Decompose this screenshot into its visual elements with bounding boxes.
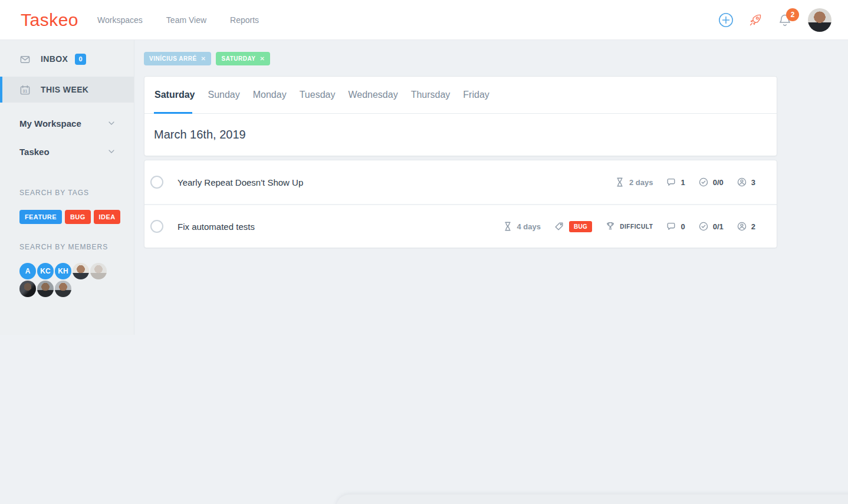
comment-icon [666, 221, 676, 232]
duration-metric: 4 days [502, 221, 541, 232]
tab-friday[interactable]: Friday [462, 90, 489, 100]
workspace-item-taskeo[interactable]: Taskeo [0, 144, 134, 159]
check-circle-icon [698, 177, 709, 187]
filter-chip-label: VINÍCIUS ARRÉ [149, 55, 197, 62]
duration-value: 4 days [517, 222, 541, 231]
checklist-progress: 0/1 [713, 222, 724, 231]
date-header: March 16th, 2019 [154, 128, 246, 141]
main-content: VINÍCIUS ARRÉ ✕ SATURDAY ✕ Saturday Sund… [134, 40, 848, 504]
member-avatar[interactable]: KH [55, 263, 71, 279]
task-title: Fix automated tests [178, 222, 255, 232]
assignees-count: 3 [751, 178, 755, 187]
tab-thursday[interactable]: Thursday [410, 90, 451, 100]
tag-metric: BUG [554, 221, 592, 232]
assignees-metric: 2 [737, 221, 755, 232]
sidebar-item-this-week[interactable]: 31 THIS WEEK [0, 77, 134, 103]
tag-filter-bug[interactable]: BUG [65, 210, 91, 224]
task-title: Yearly Repeat Doesn't Show Up [178, 177, 303, 187]
task-meta: 4 days BUG DIFFICULT [489, 221, 755, 232]
member-avatar[interactable] [73, 263, 89, 279]
hourglass-icon [614, 177, 625, 187]
task-row[interactable]: Yearly Repeat Doesn't Show Up 2 days 1 [144, 160, 777, 204]
tab-sunday[interactable]: Sunday [207, 90, 240, 100]
navbar-actions: 2 [704, 8, 831, 32]
filter-chip-member[interactable]: VINÍCIUS ARRÉ ✕ [144, 52, 211, 65]
tab-wednesday[interactable]: Wednesday [347, 90, 398, 100]
task-list-card: Yearly Repeat Doesn't Show Up 2 days 1 [144, 160, 777, 248]
checklist-metric: 0/0 [698, 177, 724, 187]
filter-chip-day[interactable]: SATURDAY ✕ [216, 52, 270, 65]
calendar-icon: 31 [19, 84, 31, 95]
nav-links: Workspaces Team View Reports [97, 15, 282, 25]
plus-circle-icon [718, 12, 734, 28]
workspace-label: My Workspace [19, 118, 81, 129]
top-navbar: Taskeo Workspaces Team View Reports [0, 0, 848, 40]
task-checkbox[interactable] [150, 176, 163, 189]
assignees-count: 2 [751, 222, 755, 231]
check-circle-icon [698, 221, 709, 232]
comments-count: 0 [681, 222, 685, 231]
workspace-label: Taskeo [19, 147, 50, 157]
task-row[interactable]: Fix automated tests 4 days BUG [144, 204, 777, 248]
task-checkbox[interactable] [150, 220, 163, 233]
chevron-down-icon [107, 147, 116, 156]
tab-monday[interactable]: Monday [252, 90, 287, 100]
difficulty-metric: DIFFICULT [605, 221, 653, 232]
search-by-tags-header: SEARCH BY TAGS [19, 189, 134, 197]
trophy-icon [605, 221, 616, 232]
tag-filter-idea[interactable]: IDEA [94, 210, 121, 224]
sidebar-item-label: THIS WEEK [41, 85, 88, 94]
member-avatar[interactable] [19, 281, 36, 297]
date-section: March 16th, 2019 [144, 114, 777, 156]
task-tag-badge[interactable]: BUG [569, 221, 592, 232]
notifications-button[interactable]: 2 [777, 12, 793, 28]
duration-metric: 2 days [614, 177, 653, 187]
bottom-sheet-edge [336, 495, 848, 504]
weekday-tabs: Saturday Sunday Monday Tuesday Wednesday… [144, 77, 777, 114]
workspace-item-my-workspace[interactable]: My Workspace [0, 116, 134, 131]
nav-link-reports[interactable]: Reports [230, 15, 259, 25]
assignees-metric: 3 [737, 177, 755, 187]
rocket-icon [748, 12, 763, 28]
difficulty-value: DIFFICULT [620, 223, 653, 230]
search-by-members-header: SEARCH BY MEMBERS [19, 243, 134, 251]
sidebar-item-inbox[interactable]: INBOX 0 [0, 47, 134, 71]
tags-filter-row: FEATURE BUG IDEA [19, 210, 134, 224]
sidebar-item-label: INBOX [41, 54, 68, 64]
member-avatar[interactable] [90, 263, 107, 279]
duration-value: 2 days [629, 178, 653, 187]
close-icon[interactable]: ✕ [201, 55, 206, 62]
inbox-count-badge: 0 [75, 54, 86, 65]
comments-metric: 1 [666, 177, 685, 187]
week-card: Saturday Sunday Monday Tuesday Wednesday… [144, 76, 777, 156]
members-filter-grid: A KC KH [19, 263, 114, 298]
member-avatar[interactable]: KC [37, 263, 54, 279]
sidebar: INBOX 0 31 THIS WEEK My Workspace Taskeo… [0, 40, 134, 335]
member-avatar[interactable] [37, 281, 54, 297]
filter-chip-label: SATURDAY [221, 55, 255, 62]
hourglass-icon [502, 221, 513, 232]
member-avatar[interactable] [55, 281, 71, 297]
add-button[interactable] [718, 12, 734, 28]
nav-link-workspaces[interactable]: Workspaces [97, 15, 143, 25]
assignee-icon [737, 177, 747, 187]
nav-link-team-view[interactable]: Team View [166, 15, 206, 25]
close-icon[interactable]: ✕ [259, 55, 265, 62]
assignee-icon [737, 221, 747, 232]
tag-icon [554, 221, 564, 232]
checklist-metric: 0/1 [698, 221, 724, 232]
task-meta: 2 days 1 0/0 [602, 177, 755, 187]
boost-button[interactable] [748, 12, 763, 28]
tag-filter-feature[interactable]: FEATURE [19, 210, 62, 224]
comments-count: 1 [681, 178, 685, 187]
active-filter-chips: VINÍCIUS ARRÉ ✕ SATURDAY ✕ [144, 52, 848, 65]
user-avatar[interactable] [808, 8, 831, 32]
tab-tuesday[interactable]: Tuesday [299, 90, 336, 100]
chevron-down-icon [107, 118, 116, 128]
member-avatar[interactable]: A [19, 263, 36, 279]
tab-saturday[interactable]: Saturday [154, 90, 195, 100]
svg-text:31: 31 [22, 88, 27, 93]
checklist-progress: 0/0 [713, 178, 724, 187]
comment-icon [666, 177, 676, 187]
app-logo[interactable]: Taskeo [21, 10, 78, 30]
